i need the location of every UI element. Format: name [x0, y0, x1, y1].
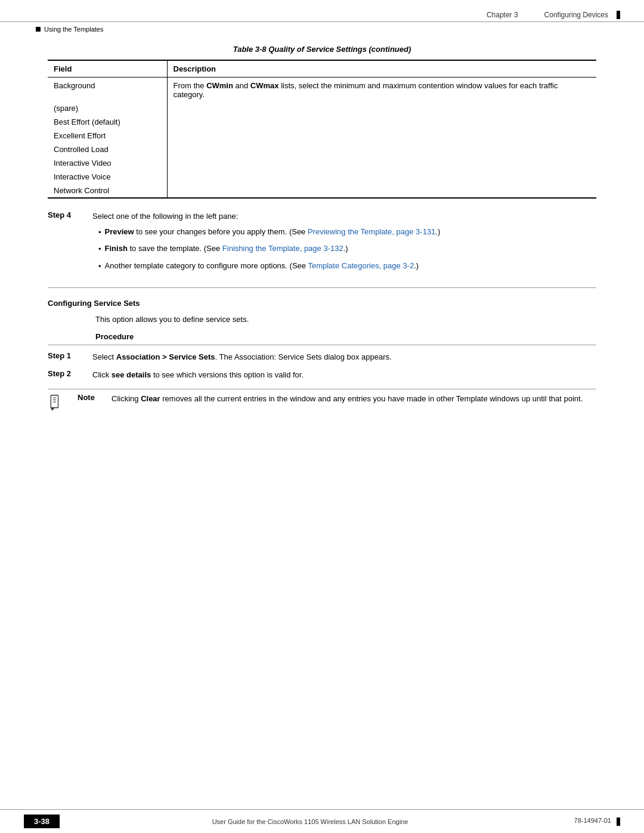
configuring-intro: This option allows you to define service… — [48, 315, 596, 324]
step2-content: Click see details to see which versions … — [92, 369, 596, 381]
field-cell: Controlled Load — [48, 143, 167, 156]
col-field-header: Field — [48, 60, 167, 78]
table-header-row: Field Description — [48, 60, 596, 78]
bullet-dot: • — [98, 243, 101, 255]
step2-row: Step 2 Click see details to see which ve… — [48, 369, 596, 381]
desc-cell — [167, 170, 596, 184]
chapter-label: Chapter 3 — [487, 11, 518, 19]
table-row: Network Control — [48, 184, 596, 198]
procedure-divider — [48, 345, 596, 345]
procedure-label: Procedure — [48, 332, 596, 341]
table-row: Excellent Effort — [48, 129, 596, 143]
table-row: Background From the CWmin and CWmax list… — [48, 78, 596, 102]
section-label: Configuring Devices — [544, 11, 608, 19]
step4-bullets: • Preview to see your changes before you… — [98, 226, 596, 272]
bullet-text: Finish to save the template. (See Finish… — [105, 243, 348, 255]
svg-marker-1 — [51, 408, 54, 411]
footer-bar — [617, 817, 620, 826]
page-footer: 3-38 User Guide for the CiscoWorks 1105 … — [0, 809, 644, 833]
svg-rect-0 — [51, 395, 58, 408]
header-chapter: Chapter 3 Configuring Devices — [483, 11, 612, 19]
subheader: Using the Templates — [0, 22, 644, 39]
bullet-dot: • — [98, 227, 101, 239]
field-cell: Interactive Video — [48, 156, 167, 170]
note-text: Clicking Clear removes all the current e… — [112, 393, 583, 405]
step1-label: Step 1 — [48, 351, 86, 360]
field-cell: Interactive Voice — [48, 170, 167, 184]
note-block: Note Clicking Clear removes all the curr… — [48, 389, 596, 416]
field-cell: Best Effort (default) — [48, 115, 167, 129]
desc-cell — [167, 115, 596, 129]
qos-table: Field Description Background From the CW… — [48, 60, 596, 199]
main-content: Table 3-8 Quality of Service Settings (c… — [0, 39, 644, 428]
finish-link[interactable]: Finishing the Template, page 3-132 — [222, 244, 343, 253]
bullet-preview: • Preview to see your changes before you… — [98, 226, 596, 239]
field-cell: (spare) — [48, 101, 167, 115]
table-row: (spare) — [48, 101, 596, 115]
footer-right-text: 78-14947-01 — [561, 817, 620, 825]
template-categories-link[interactable]: Template Categories, page 3-2 — [308, 261, 414, 270]
table-row: Controlled Load — [48, 143, 596, 156]
page-container: Chapter 3 Configuring Devices Using the … — [0, 0, 644, 833]
table-row: Interactive Voice — [48, 170, 596, 184]
step1-content: Select Association > Service Sets. The A… — [92, 351, 596, 363]
step4-content: Select one of the following in the left … — [92, 210, 596, 277]
desc-cell — [167, 156, 596, 170]
table-title: Table 3-8 Quality of Service Settings (c… — [48, 45, 596, 54]
configuring-service-sets-section: Configuring Service Sets This option all… — [48, 299, 596, 416]
page-header: Chapter 3 Configuring Devices — [0, 0, 644, 22]
col-desc-header: Description — [167, 60, 596, 78]
section-divider — [48, 287, 596, 288]
bullet-another: • Another template category to configure… — [98, 260, 596, 272]
pencil-svg — [48, 394, 64, 411]
subheader-label: Using the Templates — [44, 26, 103, 33]
table-row: Best Effort (default) — [48, 115, 596, 129]
desc-cell — [167, 143, 596, 156]
preview-link[interactable]: Previewing the Template, page 3-131 — [308, 227, 435, 236]
field-cell: Excellent Effort — [48, 129, 167, 143]
table-row: Interactive Video — [48, 156, 596, 170]
page-number: 3-38 — [24, 815, 60, 828]
configuring-heading: Configuring Service Sets — [48, 299, 596, 308]
bullet-finish: • Finish to save the template. (See Fini… — [98, 243, 596, 255]
subheader-square — [36, 27, 41, 32]
bullet-dot: • — [98, 261, 101, 272]
note-icon — [48, 394, 70, 413]
step4-row: Step 4 Select one of the following in th… — [48, 210, 596, 277]
note-label: Note — [78, 393, 104, 402]
footer-center-text: User Guide for the CiscoWorks 1105 Wirel… — [60, 818, 561, 825]
step4-label: Step 4 — [48, 210, 86, 219]
desc-cell — [167, 184, 596, 198]
field-cell: Background — [48, 78, 167, 102]
field-cell: Network Control — [48, 184, 167, 198]
bullet-text: Preview to see your changes before you a… — [105, 226, 441, 239]
desc-cell — [167, 129, 596, 143]
step2-label: Step 2 — [48, 369, 86, 378]
desc-cell: From the CWmin and CWmax lists, select t… — [167, 78, 596, 102]
header-bar — [617, 11, 620, 19]
step1-row: Step 1 Select Association > Service Sets… — [48, 351, 596, 363]
desc-cell — [167, 101, 596, 115]
bullet-text: Another template category to configure m… — [105, 260, 419, 272]
